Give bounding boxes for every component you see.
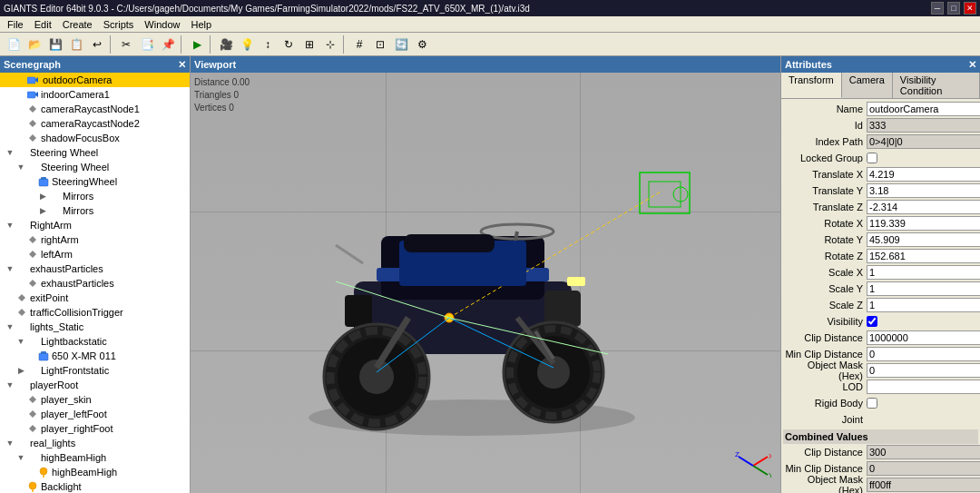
save-button[interactable]: 💾 xyxy=(45,35,65,54)
menu-item-window[interactable]: Window xyxy=(139,18,185,31)
tree-node-leftarm[interactable]: leftArm xyxy=(0,247,190,261)
translate-z-input[interactable] xyxy=(867,200,980,214)
select-button[interactable]: ⊹ xyxy=(320,35,340,54)
lod-input[interactable] xyxy=(867,380,980,394)
expand-btn-reallights[interactable]: ▼ xyxy=(5,439,15,448)
expand-btn-steeringwheel_g2[interactable]: ▼ xyxy=(16,163,25,172)
expand-btn-playerleft[interactable] xyxy=(16,409,25,419)
tree-node-outdoor[interactable]: outdoorCamera xyxy=(0,73,190,87)
expand-btn-indoor[interactable] xyxy=(16,90,25,99)
tree-node-steeringwheel_g[interactable]: ▼Steering Wheel xyxy=(0,145,190,160)
expand-btn-mirrors[interactable]: ▶ xyxy=(38,206,47,215)
tree-node-highbeam_g[interactable]: ▼highBeamHigh xyxy=(0,450,190,465)
tree-node-mirrors[interactable]: ▶Mirrors xyxy=(0,203,190,218)
menu-item-file[interactable]: File xyxy=(2,18,29,31)
tree-node-raycast2[interactable]: cameraRaycastNode2 xyxy=(0,116,190,131)
tree-node-mirrors_g[interactable]: ▶Mirrors xyxy=(0,189,190,203)
tree-node-playerroot[interactable]: ▼playerRoot xyxy=(0,378,190,392)
tree-node-lightback_mesh[interactable]: 650 X-MR 011 xyxy=(0,349,190,363)
translate-x-input[interactable] xyxy=(867,167,980,182)
rotate-x-input[interactable] xyxy=(867,216,980,231)
combined-min-clip-input[interactable] xyxy=(867,461,980,476)
expand-btn-raycast1[interactable] xyxy=(16,104,25,113)
expand-btn-exhaust[interactable] xyxy=(16,279,25,288)
tree-node-indoor[interactable]: indoorCamera1 xyxy=(0,87,190,102)
attr-tab-camera[interactable]: Camera xyxy=(842,73,893,98)
expand-btn-lights_static[interactable]: ▼ xyxy=(5,322,15,331)
expand-btn-playerskin[interactable] xyxy=(16,395,25,404)
tree-node-exhaust_g[interactable]: ▼exhaustParticles xyxy=(0,261,190,276)
tree-node-playerleft[interactable]: player_leftFoot xyxy=(0,407,190,421)
menu-item-scripts[interactable]: Scripts xyxy=(98,18,140,31)
rotate-z-input[interactable] xyxy=(867,249,980,263)
snap-button[interactable]: ⊡ xyxy=(370,35,390,54)
min-clip-input[interactable] xyxy=(867,347,980,361)
rigid-body-checkbox[interactable] xyxy=(867,398,877,409)
visibility-checkbox[interactable] xyxy=(867,316,877,327)
expand-btn-traffic[interactable] xyxy=(5,308,15,317)
tree-node-exhaust[interactable]: exhaustParticles xyxy=(0,276,190,291)
locked-group-checkbox[interactable] xyxy=(867,153,877,163)
combined-clip-input[interactable] xyxy=(867,445,980,459)
scale-y-input[interactable] xyxy=(867,281,980,296)
expand-btn-raycast2[interactable] xyxy=(16,119,25,128)
expand-btn-lightback_mesh[interactable] xyxy=(27,351,36,360)
save-as-button[interactable]: 📋 xyxy=(66,35,86,54)
tree-node-playerskin[interactable]: player_skin xyxy=(0,392,190,407)
play-button[interactable]: ▶ xyxy=(187,35,207,54)
cut-button[interactable]: ✂ xyxy=(116,35,136,54)
expand-btn-highbeam_g[interactable]: ▼ xyxy=(16,453,25,462)
expand-btn-highbeam[interactable] xyxy=(27,468,36,477)
camera-button[interactable]: 🎥 xyxy=(216,35,236,54)
tree-node-highbeam[interactable]: highBeamHigh xyxy=(0,465,190,479)
menu-item-edit[interactable]: Edit xyxy=(29,18,57,31)
tree-node-raycast1[interactable]: cameraRaycastNode1 xyxy=(0,102,190,116)
scenegraph-close-button[interactable]: ✕ xyxy=(178,59,186,71)
settings-button[interactable]: ⚙ xyxy=(412,35,432,54)
tree-node-reallights[interactable]: ▼real_lights xyxy=(0,436,190,450)
expand-btn-rightarm[interactable] xyxy=(16,235,25,244)
expand-btn-rightarm_g[interactable]: ▼ xyxy=(5,221,15,230)
expand-btn-steeringwheel_g[interactable]: ▼ xyxy=(5,148,15,157)
expand-btn-leftarm[interactable] xyxy=(16,250,25,259)
new-button[interactable]: 📄 xyxy=(4,35,24,54)
minimize-button[interactable]: ─ xyxy=(931,2,944,15)
tree-node-shadowfocus[interactable]: shadowFocusBox xyxy=(0,131,190,145)
grid-button[interactable]: # xyxy=(349,35,369,54)
menu-item-create[interactable]: Create xyxy=(57,18,98,31)
rotate-y-input[interactable] xyxy=(867,232,980,247)
translate-y-input[interactable] xyxy=(867,183,980,198)
name-input[interactable] xyxy=(867,102,980,116)
id-input[interactable] xyxy=(867,118,980,133)
expand-btn-playerright[interactable] xyxy=(16,424,25,433)
tree-node-traffic[interactable]: trafficCollisionTrigger xyxy=(0,305,190,320)
expand-btn-lightback[interactable]: ▼ xyxy=(16,337,25,346)
refresh-button[interactable]: 🔄 xyxy=(391,35,411,54)
tree-node-lightback[interactable]: ▼Lightbackstatic xyxy=(0,334,190,349)
maximize-button[interactable]: □ xyxy=(947,2,960,15)
tree-node-playerright[interactable]: player_rightFoot xyxy=(0,421,190,436)
expand-btn-outdoor[interactable] xyxy=(16,75,25,84)
paste-button[interactable]: 📌 xyxy=(158,35,178,54)
rotate-button[interactable]: ↻ xyxy=(279,35,299,54)
clip-distance-input[interactable] xyxy=(867,330,980,345)
expand-btn-backlight[interactable] xyxy=(16,482,25,491)
scale-z-input[interactable] xyxy=(867,298,980,312)
close-button[interactable]: ✕ xyxy=(964,2,976,15)
index-path-input[interactable] xyxy=(867,134,980,149)
move-button[interactable]: ↕ xyxy=(258,35,278,54)
scale-button[interactable]: ⊞ xyxy=(299,35,319,54)
tree-node-rightarm[interactable]: rightArm xyxy=(0,232,190,247)
tree-node-exitpoint[interactable]: exitPoint xyxy=(0,291,190,305)
expand-btn-shadowfocus[interactable] xyxy=(16,133,25,143)
scenegraph-content[interactable]: outdoorCameraindoorCamera1cameraRaycastN… xyxy=(0,73,190,493)
attributes-close-button[interactable]: ✕ xyxy=(968,59,976,71)
expand-btn-mirrors_g[interactable]: ▶ xyxy=(38,192,47,201)
expand-btn-playerroot[interactable]: ▼ xyxy=(5,380,15,389)
expand-btn-steeringwheel_mesh[interactable] xyxy=(27,177,36,186)
scale-x-input[interactable] xyxy=(867,265,980,280)
tree-node-rightarm_g[interactable]: ▼RightArm xyxy=(0,218,190,232)
combined-object-mask-input[interactable] xyxy=(867,478,980,492)
expand-btn-exitpoint[interactable] xyxy=(5,293,15,302)
tree-node-backlight[interactable]: Backlight xyxy=(0,479,190,493)
